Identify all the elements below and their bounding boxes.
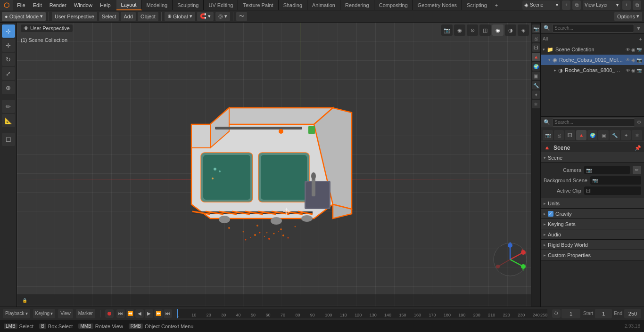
annotate-tool[interactable]: ✏ (2, 100, 15, 113)
timeline-scrubber[interactable]: 1 10 20 30 40 50 60 70 80 90 100 110 120… (177, 309, 547, 318)
prop-render-icon[interactable]: 📷 (543, 130, 553, 140)
scene-copy-btn[interactable]: ⧉ (572, 0, 581, 10)
menu-help[interactable]: Help (96, 0, 115, 10)
jump-end-btn[interactable]: ⏭ (164, 309, 172, 318)
frame-time-toggle[interactable]: ⏱ (552, 309, 561, 318)
view-layer-copy-btn[interactable]: ⧉ (633, 0, 641, 10)
vp-rendered-btn[interactable]: ◈ (518, 24, 529, 36)
units-section-header[interactable]: ▸ Units (541, 198, 644, 209)
eye-icon-0[interactable]: 👁 (626, 57, 630, 63)
view-layer-dropdown[interactable]: View Layer ▾ (583, 0, 620, 10)
add-workspace-button[interactable]: + (492, 1, 501, 9)
object-properties-btn[interactable]: ▣ (532, 72, 540, 80)
scene-props-pin[interactable]: 📌 (635, 145, 641, 151)
scene-section-header[interactable]: ▾ Scene (541, 153, 644, 163)
view-menu[interactable]: User Perspective (52, 12, 97, 21)
select-menu[interactable]: Select (99, 12, 119, 21)
graph-icon-btn[interactable]: 〜 (236, 12, 247, 21)
prop-particle-icon[interactable]: ✦ (621, 130, 631, 140)
scene-new-btn[interactable]: + (562, 0, 570, 10)
rotate-tool[interactable]: ↻ (2, 53, 15, 66)
next-keyframe-btn[interactable]: ⏩ (154, 309, 163, 318)
transform-orientation[interactable]: ⊕ Global ▾ (165, 12, 195, 21)
gravity-checkbox[interactable]: ✓ (548, 211, 553, 217)
transform-tool[interactable]: ⊕ (2, 81, 15, 94)
render-icon[interactable]: 📷 (636, 47, 642, 52)
prop-world-icon[interactable]: 🌍 (587, 130, 598, 140)
props-options-icon[interactable]: ⚙ (637, 120, 641, 125)
tab-rendering[interactable]: Rendering (340, 0, 374, 10)
object-menu[interactable]: Object (138, 12, 158, 21)
vp-overlay-btn[interactable]: ⊙ (467, 24, 478, 36)
tab-geometry-nodes[interactable]: Geometry Nodes (413, 0, 462, 10)
outliner-item-0[interactable]: ▾ ◉ Roche_Cobas_0010_Molecula 👁 ◉ 📷 (541, 55, 644, 65)
vp-solid-btn[interactable]: ◉ (492, 24, 504, 36)
keying-section-header[interactable]: ▸ Keying Sets (541, 219, 644, 229)
vp-render-btn[interactable]: ◉ (454, 24, 465, 36)
render-icon-0[interactable]: 📷 (636, 57, 642, 63)
play-btn[interactable]: ▶ (145, 309, 153, 318)
select-icon-1[interactable]: ◉ (631, 68, 636, 73)
start-frame-input[interactable]: 1 (595, 309, 612, 318)
prev-keyframe-btn[interactable]: ⏪ (126, 309, 134, 318)
properties-search-input[interactable] (552, 118, 635, 127)
viewport-gizmo[interactable]: X Y Z (491, 241, 529, 278)
jump-start-btn[interactable]: ⏮ (116, 309, 125, 318)
output-properties-btn[interactable]: 🖨 (532, 34, 540, 42)
keying-menu[interactable]: Keying ▾ (33, 309, 56, 318)
restrict-select-icon[interactable]: ◉ (631, 47, 636, 52)
vp-camera-btn[interactable]: 📷 (441, 24, 453, 36)
menu-edit[interactable]: Edit (29, 0, 46, 10)
view-layer-new-btn[interactable]: + (622, 0, 631, 10)
eye-icon-1[interactable]: 👁 (626, 68, 630, 73)
gravity-section-header[interactable]: ▸ ✓ Gravity (541, 209, 644, 219)
move-tool[interactable]: ✛ (2, 39, 15, 52)
scene-properties-btn[interactable]: 🔺 (532, 53, 540, 61)
view-menu-tl[interactable]: View (58, 309, 73, 318)
rigidbody-section-header[interactable]: ▸ Rigid Body World (541, 240, 644, 250)
prop-scene-icon[interactable]: 🔺 (576, 130, 586, 140)
record-btn[interactable] (105, 309, 114, 318)
tab-compositing[interactable]: Compositing (374, 0, 413, 10)
measure-tool[interactable]: 📐 (2, 114, 15, 127)
world-properties-btn[interactable]: 🌍 (532, 62, 540, 71)
prop-viewlayer-icon[interactable]: 🎞 (565, 130, 575, 140)
render-icon-1[interactable]: 📷 (636, 68, 642, 73)
particle-properties-btn[interactable]: ✦ (532, 90, 540, 99)
viewport[interactable]: 👁 User Perspective (1) Scene Collection … (17, 23, 531, 307)
object-mode-selector[interactable]: ● Object Mode ▾ (2, 12, 46, 21)
menu-render[interactable]: Render (46, 0, 70, 10)
active-clip-value[interactable]: 🎞 (584, 186, 641, 195)
filter-icon[interactable]: ▼ (636, 25, 641, 31)
tab-uv-editing[interactable]: UV Editing (204, 0, 238, 10)
select-icon-0[interactable]: ◉ (631, 57, 636, 63)
prop-modifier-icon[interactable]: 🔧 (610, 130, 620, 140)
snap-btn[interactable]: 🧲 ▾ (197, 12, 214, 21)
end-frame-input[interactable]: 250 (624, 309, 641, 318)
modifier-properties-btn[interactable]: 🔧 (532, 81, 540, 89)
current-frame-input[interactable]: 1 (561, 309, 580, 318)
play-reverse-btn[interactable]: ◀ (135, 309, 144, 318)
vp-material-btn[interactable]: ◑ (505, 24, 516, 36)
proportional-btn[interactable]: ◎ ▾ (215, 12, 230, 21)
add-cube-tool[interactable]: ☐ (2, 133, 15, 146)
filter-all-icon[interactable]: All (543, 36, 548, 41)
outliner-search-input[interactable] (552, 24, 634, 32)
custom-props-section-header[interactable]: ▸ Custom Properties (541, 250, 644, 260)
tab-shading[interactable]: Shading (279, 0, 307, 10)
new-collection-btn[interactable]: + (639, 36, 642, 42)
scale-tool[interactable]: ⤢ (2, 67, 15, 80)
view-layer-properties-btn[interactable]: 🎞 (532, 43, 540, 52)
viewport-lock-btn[interactable]: 🔒 (20, 297, 29, 304)
marker-menu[interactable]: Marker (76, 309, 95, 318)
render-properties-btn[interactable]: 📷 (532, 24, 540, 33)
cursor-tool[interactable]: ⊹ (2, 24, 15, 38)
eye-icon-scene[interactable]: 👁 (626, 47, 630, 52)
playback-menu[interactable]: Playback ▾ (3, 309, 30, 318)
tab-sculpting[interactable]: Sculpting (173, 0, 204, 10)
prop-physics-icon[interactable]: ⚛ (632, 130, 642, 140)
outliner-item-1[interactable]: ▸ ◑ Roche_Cobas_6800_Mole... 👁 ◉ 📷 (541, 65, 644, 75)
tab-layout[interactable]: Layout (116, 0, 142, 10)
options-btn[interactable]: Options ▾ (614, 12, 642, 21)
prop-output-icon[interactable]: 🖨 (554, 130, 564, 140)
